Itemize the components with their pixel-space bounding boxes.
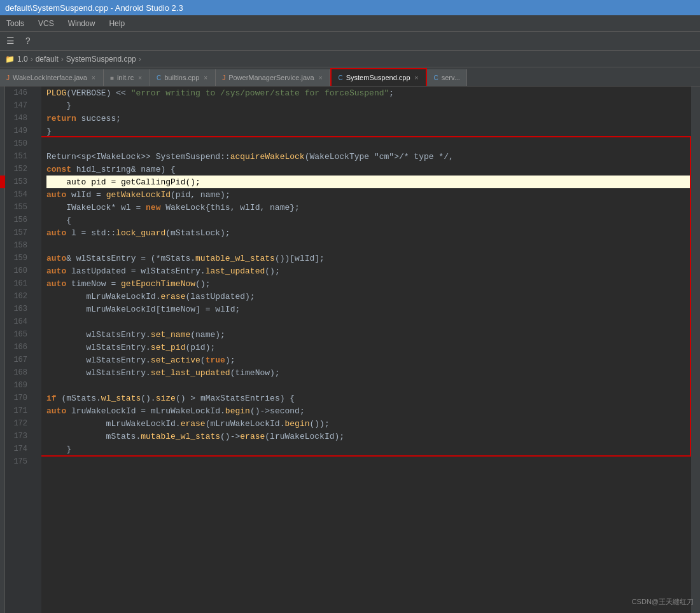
breadcrumb-version[interactable]: 1.0 [17, 55, 28, 64]
menu-help[interactable]: Help [106, 18, 127, 29]
breadcrumb-sep-2: › [61, 55, 64, 64]
line-num-159: 159 [5, 252, 30, 265]
tab-label-powermanager: PowerManagerService.java [228, 74, 314, 81]
code-line-172: mLruWakeLockId.erase(mLruWakeLockId.begi… [46, 417, 691, 430]
code-line-148: return success; [46, 112, 691, 125]
tab-label-initrc: init.rc [117, 74, 134, 81]
code-line-159: auto& wlStatsEntry = (*mStats.mutable_wl… [46, 252, 691, 265]
tab-label-systemsuspend: SystemSuspend.cpp [346, 74, 410, 81]
line-num-173: 173 [5, 430, 30, 443]
watermark: CSDN@王天縫红刀 [632, 597, 694, 607]
code-line-154: auto wlId = getWakeLockId(pid, name); [46, 188, 691, 201]
tab-icon-java-wakelock: J [6, 74, 10, 81]
toolbar: ☰ ? [0, 32, 700, 51]
code-line-160: auto lastUpdated = wlStatsEntry.last_upd… [46, 265, 691, 277]
line-num-155: 155 [5, 201, 30, 214]
tab-label-wakelockinterface: WakeLockInterface.java [13, 74, 87, 81]
code-line-169 [46, 379, 691, 392]
line-num-169: 169 [5, 379, 30, 392]
line-num-165: 165 [5, 328, 30, 341]
menu-tools[interactable]: Tools [4, 18, 27, 29]
line-num-156: 156 [5, 214, 30, 226]
line-num-175: 175 [5, 455, 30, 468]
tab-label-serv: serv... [442, 74, 460, 81]
code-line-173: mStats.mutable_wl_stats()->erase(lruWake… [46, 430, 691, 443]
code-line-158 [46, 239, 691, 252]
toolbar-icon-2[interactable]: ? [22, 35, 34, 48]
tab-close-systemsuspend[interactable]: × [414, 74, 420, 82]
code-line-166: wlStatsEntry.set_pid(pid); [46, 341, 691, 354]
editor-area: 1461471481491501511521531541551561571581… [0, 86, 700, 613]
breadcrumb-sep-1: › [31, 55, 33, 64]
line-num-147: 147 [5, 99, 30, 112]
line-num-167: 167 [5, 354, 30, 366]
tab-wakelockinterface[interactable]: J WakeLockInterface.java × [0, 69, 104, 86]
code-line-153: auto pid = getCallingPid(); [46, 176, 691, 188]
tab-systemsuspend[interactable]: C SystemSuspend.cpp × [330, 68, 427, 86]
tab-icon-cpp-serv: C [433, 74, 438, 81]
line-num-171: 171 [5, 404, 30, 417]
code-line-156: { [46, 214, 691, 226]
breadcrumb-sep-3: › [139, 55, 141, 64]
line-num-164: 164 [5, 315, 30, 328]
tab-serv[interactable]: C serv... [427, 69, 466, 86]
code-line-150 [46, 137, 691, 150]
tab-icon-cpp-system: C [338, 74, 342, 81]
line-num-163: 163 [5, 303, 30, 315]
line-num-170: 170 [5, 392, 30, 404]
tab-label-builtins: builtins.cpp [164, 74, 199, 81]
fold-gutter [34, 86, 41, 613]
code-line-165: wlStatsEntry.set_name(name); [46, 328, 691, 341]
code-line-157: auto l = std::lock_guard(mStatsLock); [46, 226, 691, 239]
code-line-168: wlStatsEntry.set_last_updated(timeNow); [46, 366, 691, 379]
code-line-151: Return<sp<IWakeLock>> SystemSuspend::acq… [46, 150, 691, 163]
tab-bar: J WakeLockInterface.java × ■ init.rc × C… [0, 67, 700, 86]
line-num-151: 151 [5, 150, 30, 163]
line-num-146: 146 [5, 86, 30, 99]
breadcrumb-icon: 📁 [5, 55, 15, 64]
code-line-163: mLruWakeLockId[timeNow] = wlId; [46, 303, 691, 315]
code-line-149: } [46, 125, 691, 137]
breadcrumb: 📁 1.0 › default › SystemSuspend.cpp › [0, 51, 700, 67]
line-num-152: 152 [5, 163, 30, 176]
breadcrumb-file[interactable]: SystemSuspend.cpp [66, 55, 136, 64]
line-num-148: 148 [5, 112, 30, 125]
line-numbers: 1461471481491501511521531541551561571581… [5, 86, 34, 613]
tab-builtins[interactable]: C builtins.cpp × [150, 69, 216, 86]
code-line-175 [46, 455, 691, 468]
line-num-153: 153 [5, 176, 30, 188]
breadcrumb-folder[interactable]: default [36, 55, 59, 64]
tab-icon-cpp-builtins: C [157, 74, 161, 81]
tab-close-initrc[interactable]: × [137, 74, 143, 82]
menu-window[interactable]: Window [66, 18, 98, 29]
menu-bar: Tools VCS Window Help [0, 15, 700, 32]
code-line-171: auto lruWakeLockId = mLruWakeLockId.begi… [46, 404, 691, 417]
line-num-166: 166 [5, 341, 30, 354]
tab-close-powermanager[interactable]: × [318, 74, 324, 82]
left-gutter [0, 86, 5, 613]
right-scrollbar[interactable] [691, 86, 700, 613]
code-line-152: const hidl_string& name) { [46, 163, 691, 176]
code-area[interactable]: PLOG(VERBOSE) << "error writing to /sys/… [41, 86, 691, 613]
tab-icon-java-power: J [222, 74, 225, 81]
code-line-161: auto timeNow = getEpochTimeNow(); [46, 277, 691, 290]
line-num-174: 174 [5, 443, 30, 455]
code-line-147: } [46, 99, 691, 112]
menu-vcs[interactable]: VCS [36, 18, 57, 29]
code-line-174: } [46, 443, 691, 455]
tab-close-wakelockinterface[interactable]: × [90, 74, 97, 82]
title-bar: default\SystemSuspend.cpp - Android Stud… [0, 0, 700, 15]
line-num-160: 160 [5, 265, 30, 277]
line-num-157: 157 [5, 226, 30, 239]
tab-initrc[interactable]: ■ init.rc × [104, 69, 150, 86]
line-num-158: 158 [5, 239, 30, 252]
code-line-146: PLOG(VERBOSE) << "error writing to /sys/… [46, 86, 691, 99]
tab-close-builtins[interactable]: × [202, 74, 209, 82]
tab-icon-initrc: ■ [110, 74, 114, 81]
tab-powermanager[interactable]: J PowerManagerService.java × [216, 69, 330, 86]
line-num-172: 172 [5, 417, 30, 430]
toolbar-icon-1[interactable]: ☰ [4, 35, 17, 48]
code-line-155: IWakeLock* wl = new WakeLock{this, wlId,… [46, 201, 691, 214]
line-num-150: 150 [5, 137, 30, 150]
code-line-164 [46, 315, 691, 328]
